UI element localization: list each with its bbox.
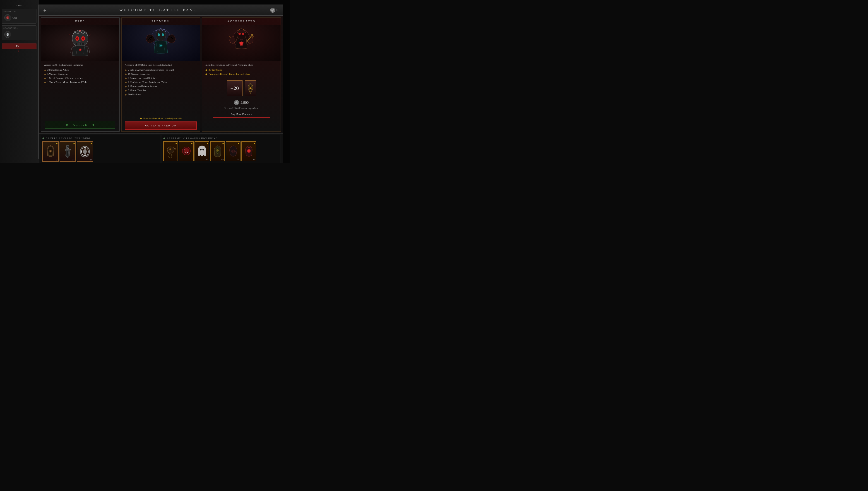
sidebar-title: THE [2,2,36,9]
platinum-amount: 2,800 [241,100,249,105]
premium-item-art-2 [180,143,193,159]
season-blessings-label: SEASON BL... [3,27,35,29]
free-reward-item-3: ◆ 49 [77,141,93,162]
battle-pass-modal: ◆ WELCOME TO BATTLE PASS 0 FREE [38,4,283,158]
free-reward-items: ◆ 2 [42,141,158,162]
svg-rect-15 [78,43,79,45]
emote-art [181,145,192,158]
accel-description: Includes everything in Free and Premium,… [206,63,277,66]
tier-columns: FREE [39,16,283,134]
premium-column: PREMIUM [121,18,200,132]
svg-point-13 [82,37,84,40]
active-text: ACTIVE [73,123,88,127]
premium-diamond-2: ◆ [125,73,127,76]
premium-body: Access to all 90 Battle Pass Rewards Inc… [122,61,200,115]
premium-rewards-group: ◆ 62 PREMIUM REWARDS INCLUDING: ◆ [162,135,281,163]
premium-reward-item-5: ◆ 89 [226,141,241,161]
premium-diamond-4: ◆ [125,81,127,84]
premium-bullet-6: ◆ 5 Mount Trophies [125,88,197,92]
premium-bullet-3: ◆ 2 Emotes per class (10 total) [125,76,197,80]
premium-item-num-3: 47 [206,158,208,161]
free-body: Access to 28 FREE rewards Including: ◆ 2… [41,61,119,118]
bullet-diamond-3: ◆ [44,77,46,80]
premium-item-art-3 [195,143,209,159]
premium-diamond-1: ◆ [125,69,127,71]
bullet-diamond-2: ◆ [44,73,46,76]
premium-corner-6: ◆ [254,143,255,145]
free-bullet-3: ◆ 1 Set of Roleplay Clothing per class [44,76,116,80]
premium-character-art [145,26,177,61]
premium-reward-item-1: ◆ 1 [163,141,178,161]
accelerated-column: ACCELERATED [202,18,281,132]
accel-character-image [202,25,281,61]
premium-item-art-4 [211,143,224,159]
free-bullet-list: ◆ 20 Smoldering Ashes ◆ 5 Weapon Cosmeti… [44,68,116,84]
premium-item-num-5: 89 [237,158,239,161]
helm-art [227,145,239,158]
premium-bullet-4: ◆ 2 Headstones, Town Portals, and Titles [125,80,197,84]
tier-skip-icon [245,80,256,96]
ghost-art [196,145,208,158]
horse-art [165,145,177,158]
purchase-note: You need 2,800 Platinum to purchase [224,107,258,110]
premium-corner-1: ◆ [176,143,177,145]
header-diamond-left: ◆ [43,8,46,12]
active-diamond-right: ◆ [92,123,95,127]
premium-corner-3: ◆ [207,143,208,145]
platinum-price: 2,800 [234,100,249,105]
free-item-art-1 [44,144,57,160]
currency-icon [270,8,275,13]
svg-text:💀: 💀 [6,33,9,36]
premium-item-num-6: 90 [253,158,255,161]
premium-reward-item-2: ◆ 13 [179,141,194,161]
accel-bullet-2: ◆ "Vampire's Repose" Emote for each clas… [206,72,277,76]
svg-rect-16 [79,43,81,45]
premium-reward-items: ◆ 1 ◆ [163,141,279,161]
premium-reward-item-4: ◆ 80 [210,141,225,161]
premium-rewards-title: ◆ 62 PREMIUM REWARDS INCLUDING: [163,137,279,140]
svg-text:⚔: ⚔ [7,17,9,19]
free-bullet-2: ◆ 5 Weapon Cosmetics [44,72,116,76]
premium-bullet-1: ◆ 2 Sets of Armor Cosmetics per class (1… [125,68,197,72]
accel-title: ACCELERATED [202,18,281,25]
premium-bullet-7: ◆ 700 Platinum [125,92,197,96]
reward-corner-diamond-1: ◆ [56,143,58,145]
rewards-section: ◆ 28 FREE REWARDS INCLUDING: ◆ [39,134,283,163]
reward-corner-diamond-3: ◆ [91,143,92,145]
premium-bullet-5: ◆ 2 Mounts and Mount Armors [125,84,197,88]
premium-bullet-2: ◆ 19 Weapon Cosmetics [125,72,197,76]
premium-link[interactable]: P... [2,50,36,53]
unlock-notice-text: 2 Premium Battle Pass Unlock(s) Availabl… [143,117,182,120]
free-footer: ◆ ACTIVE ◆ [41,118,119,132]
premium-reward-item-6: ◆ 90 [241,141,256,161]
exit-button[interactable]: EX... [2,44,36,49]
premium-diamond-6: ◆ [125,89,127,92]
svg-point-35 [50,150,51,152]
free-item-art-3 [78,144,92,160]
unlock-diamond-icon: ◆ [140,117,142,120]
buy-platinum-button[interactable]: Buy More Platinum [213,111,270,118]
premium-corner-2: ◆ [191,143,192,145]
active-diamond-left: ◆ [66,123,68,127]
svg-point-45 [216,149,219,151]
season-journey-sub: Chap [12,17,17,19]
free-skull-art [67,26,94,60]
weapon-art-1 [62,144,74,159]
premium-corner-4: ◆ [222,143,224,145]
modal-title: WELCOME TO BATTLE PASS [46,8,270,12]
svg-point-23 [160,45,162,47]
tier-skip-count: +20 [227,80,243,96]
premium-item-art-6 [242,143,256,159]
premium-diamond-5: ◆ [125,85,127,88]
svg-point-5 [272,10,273,11]
modal-header: ◆ WELCOME TO BATTLE PASS 0 [39,5,283,16]
activate-premium-button[interactable]: ACTIVATE PREMIUM [125,121,197,129]
premium-footer: ◆ 2 Premium Battle Pass Unlock(s) Availa… [122,115,200,132]
active-badge: ◆ ACTIVE ◆ [45,121,115,129]
svg-point-31 [250,87,251,89]
free-rewards-title: ◆ 28 FREE REWARDS INCLUDING: [42,137,158,140]
free-item-num-1: 2 [56,158,58,161]
premium-diamond-3: ◆ [125,77,127,80]
season-blessings-item: 💀 [3,30,35,39]
season-journey-item: ⚔ Chap [3,13,35,22]
